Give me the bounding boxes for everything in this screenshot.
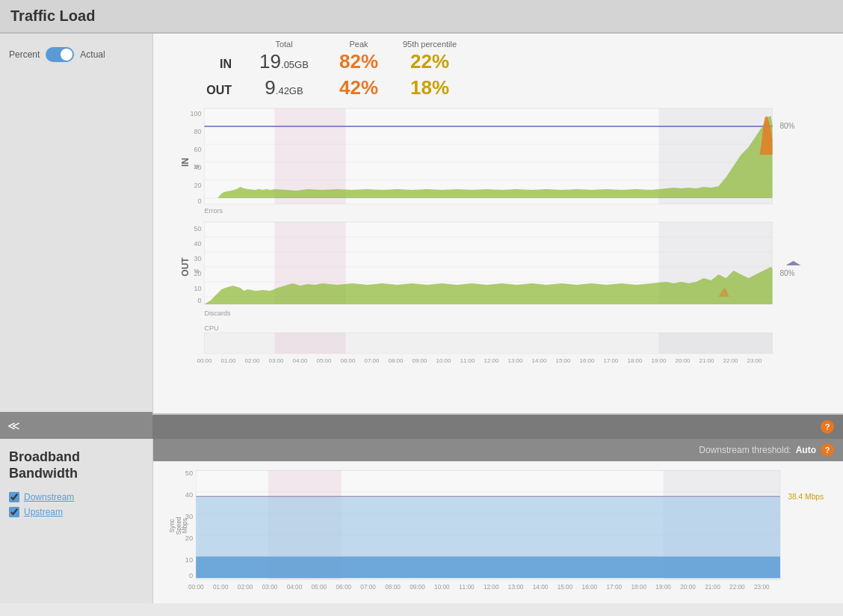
- upstream-label[interactable]: Upstream: [24, 507, 63, 517]
- svg-text:38.4 Mbps: 38.4 Mbps: [788, 493, 824, 501]
- svg-text:18:00: 18:00: [631, 584, 646, 591]
- svg-text:0: 0: [189, 572, 193, 579]
- broadband-threshold-bar: Downstream threshold: Auto ?: [153, 439, 843, 461]
- svg-rect-43: [659, 333, 773, 354]
- svg-text:100: 100: [190, 110, 201, 117]
- svg-text:00:00: 00:00: [188, 584, 204, 591]
- svg-text:20: 20: [194, 182, 201, 189]
- svg-text:13:00: 13:00: [507, 357, 523, 364]
- svg-text:09:00: 09:00: [412, 357, 427, 364]
- broadband-section: ≪ Broadband Bandwidth Downstream Upstrea…: [0, 439, 843, 603]
- svg-text:18:00: 18:00: [627, 357, 643, 364]
- svg-text:21:00: 21:00: [699, 357, 714, 364]
- svg-text:80: 80: [194, 128, 201, 135]
- stats-header-row: Total Peak 95th percentile: [239, 40, 836, 49]
- svg-text:80%: 80%: [780, 269, 795, 277]
- svg-text:23:00: 23:00: [754, 584, 770, 591]
- svg-text:03:00: 03:00: [262, 584, 278, 591]
- svg-text:Mbps: Mbps: [182, 518, 188, 533]
- svg-text:OUT: OUT: [180, 257, 191, 277]
- in-total: 19.05GB: [259, 50, 309, 73]
- out-peak: 42%: [339, 76, 378, 99]
- broadband-header-bar: ≪: [0, 412, 152, 439]
- svg-text:10:00: 10:00: [436, 357, 451, 364]
- peak-header: Peak: [329, 40, 389, 49]
- svg-text:10: 10: [194, 285, 201, 292]
- broadband-chart-container: 50 40 30 20 10 0 Sync Speed Mbps: [153, 461, 843, 604]
- traffic-load-title: Traffic Load: [10, 7, 95, 24]
- svg-text:IN: IN: [180, 158, 191, 167]
- broadband-left-panel: ≪ Broadband Bandwidth Downstream Upstrea…: [0, 439, 153, 603]
- svg-text:14:00: 14:00: [533, 584, 549, 591]
- svg-text:04:00: 04:00: [287, 584, 303, 591]
- actual-label: Actual: [80, 49, 105, 60]
- svg-text:20:00: 20:00: [675, 357, 691, 364]
- svg-text:10:00: 10:00: [434, 584, 450, 591]
- in-p95: 22%: [410, 50, 449, 73]
- svg-text:07:00: 07:00: [360, 584, 376, 591]
- p95-header: 95th percentile: [389, 40, 471, 49]
- svg-text:02:00: 02:00: [238, 584, 253, 591]
- out-p95: 18%: [410, 76, 449, 99]
- svg-text:22:00: 22:00: [729, 584, 745, 591]
- svg-text:10: 10: [185, 556, 193, 564]
- svg-text:11:00: 11:00: [460, 357, 475, 364]
- main-container: Percent Actual Total Peak 95th percentil…: [0, 34, 843, 415]
- svg-text:Errors: Errors: [205, 207, 223, 215]
- downstream-checkbox[interactable]: [9, 492, 19, 502]
- broadband-help[interactable]: ?: [821, 443, 834, 457]
- svg-text:15:00: 15:00: [558, 584, 573, 591]
- svg-text:17:00: 17:00: [607, 584, 623, 591]
- in-stats-row: IN 19.05GB 82% 22%: [198, 50, 836, 73]
- svg-text:13:00: 13:00: [508, 584, 524, 591]
- percent-label: Percent: [9, 49, 40, 60]
- svg-text:0: 0: [197, 297, 201, 304]
- collapse-icon: ≪: [7, 419, 20, 433]
- svg-text:20:00: 20:00: [680, 584, 696, 591]
- svg-text:00:00: 00:00: [197, 357, 212, 364]
- svg-text:21:00: 21:00: [705, 584, 720, 591]
- broadband-chart-svg: 50 40 30 20 10 0 Sync Speed Mbps: [161, 464, 836, 599]
- total-header: Total: [239, 40, 329, 49]
- svg-text:40: 40: [185, 491, 193, 499]
- broadband-title: Broadband Bandwidth: [9, 449, 143, 481]
- downstream-threshold-label: Downstream threshold:: [699, 445, 791, 455]
- svg-text:05:00: 05:00: [312, 584, 327, 591]
- line-availability-help[interactable]: ?: [821, 420, 834, 434]
- in-peak: 82%: [339, 50, 378, 73]
- svg-text:16:00: 16:00: [582, 584, 598, 591]
- svg-text:06:00: 06:00: [340, 357, 356, 364]
- charts-container: 100 80 60 40 20 0 IN %: [161, 102, 836, 374]
- downstream-checkbox-row: Downstream: [9, 492, 143, 502]
- svg-text:%: %: [194, 163, 200, 170]
- svg-text:30: 30: [194, 255, 201, 262]
- svg-text:05:00: 05:00: [316, 357, 332, 364]
- out-stats-row: OUT 9.42GB 42% 18%: [198, 76, 836, 99]
- svg-text:04:00: 04:00: [292, 357, 308, 364]
- svg-text:23:00: 23:00: [747, 357, 762, 364]
- svg-text:02:00: 02:00: [244, 357, 260, 364]
- svg-text:11:00: 11:00: [459, 584, 475, 591]
- svg-text:12:00: 12:00: [484, 357, 499, 364]
- stats-section: Total Peak 95th percentile IN 19.05GB 82…: [153, 34, 843, 102]
- svg-text:Discards: Discards: [205, 309, 232, 317]
- in-label: IN: [198, 58, 239, 71]
- toggle-switch[interactable]: [46, 47, 74, 62]
- svg-text:01:00: 01:00: [220, 357, 236, 364]
- svg-text:0: 0: [197, 197, 201, 205]
- toggle-knob: [61, 49, 72, 61]
- upstream-checkbox[interactable]: [9, 507, 19, 517]
- svg-marker-37: [786, 261, 801, 265]
- svg-text:22:00: 22:00: [723, 357, 738, 364]
- svg-text:19:00: 19:00: [651, 357, 667, 364]
- svg-text:40: 40: [194, 240, 201, 247]
- svg-text:06:00: 06:00: [336, 584, 351, 591]
- in-chart-group: 100 80 60 40 20 0 IN %: [180, 108, 773, 205]
- svg-text:16:00: 16:00: [579, 357, 595, 364]
- svg-text:15:00: 15:00: [555, 357, 571, 364]
- svg-text:14:00: 14:00: [531, 357, 547, 364]
- svg-text:08:00: 08:00: [385, 584, 401, 591]
- upstream-checkbox-row: Upstream: [9, 507, 143, 517]
- svg-text:19:00: 19:00: [655, 584, 671, 591]
- downstream-label[interactable]: Downstream: [24, 492, 74, 502]
